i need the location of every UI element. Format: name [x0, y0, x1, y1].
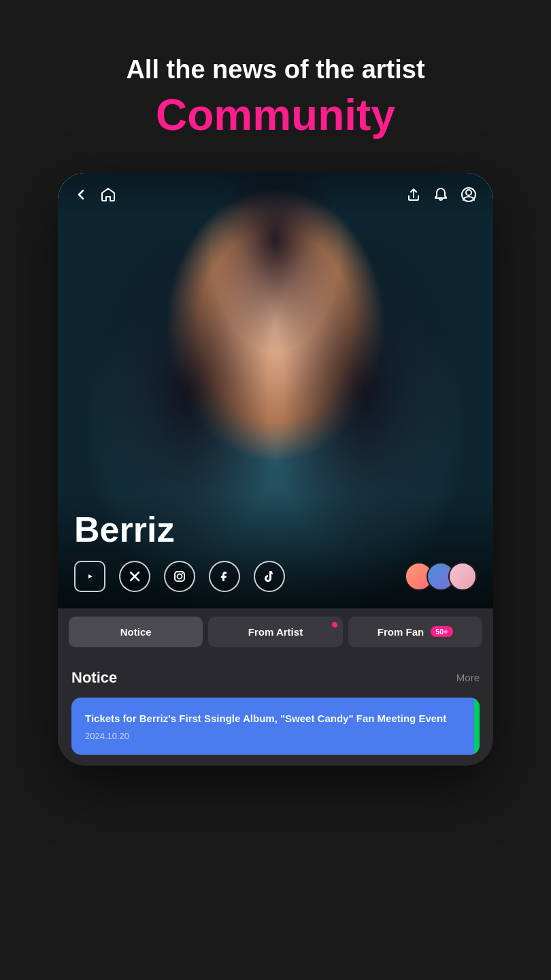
hero-title: Community — [126, 91, 424, 139]
fan-avatars — [405, 562, 477, 591]
notice-card-text: Tickets for Berriz's First Ssingle Album… — [85, 711, 466, 725]
notice-section: Notice More Tickets for Berriz's First S… — [58, 655, 493, 766]
youtube-icon[interactable] — [74, 561, 105, 592]
home-button[interactable] — [100, 186, 116, 203]
bell-button[interactable] — [433, 187, 448, 202]
user-button[interactable] — [461, 186, 477, 203]
notice-card-date: 2024.10.20 — [85, 731, 466, 741]
notice-card[interactable]: Tickets for Berriz's First Ssingle Album… — [71, 698, 480, 755]
x-twitter-icon[interactable] — [119, 561, 150, 592]
share-button[interactable] — [406, 187, 421, 202]
social-row — [74, 561, 477, 592]
more-button[interactable]: More — [456, 672, 480, 683]
from-artist-dot — [332, 622, 337, 627]
top-bar-right — [406, 186, 477, 203]
facebook-icon[interactable] — [209, 561, 240, 592]
tab-from-fan-label: From Fan — [378, 626, 424, 638]
tab-notice-label: Notice — [120, 626, 152, 638]
back-button[interactable] — [74, 188, 88, 201]
tab-from-fan[interactable]: From Fan 50+ — [348, 617, 482, 647]
top-bar-left — [74, 186, 116, 203]
tab-from-artist[interactable]: From Artist — [208, 617, 342, 647]
svg-point-4 — [182, 572, 184, 574]
notice-section-title: Notice — [71, 669, 117, 687]
hero-section: All the news of the artist Community — [99, 54, 452, 139]
top-bar — [58, 173, 493, 214]
hero-subtitle: All the news of the artist — [126, 54, 424, 86]
social-icons — [74, 561, 285, 592]
artist-name: Berriz — [74, 509, 477, 550]
from-fan-badge: 50+ — [431, 626, 453, 637]
fan-avatar-3 — [448, 562, 477, 591]
instagram-icon[interactable] — [164, 561, 195, 592]
phone-mockup: Berriz — [58, 173, 493, 766]
svg-point-1 — [466, 190, 471, 195]
notice-header: Notice More — [71, 669, 480, 687]
tab-from-artist-label: From Artist — [248, 626, 303, 638]
tab-notice[interactable]: Notice — [69, 617, 203, 647]
tabs-section: Notice From Artist From Fan 50+ — [58, 608, 493, 655]
artist-info-overlay: Berriz — [58, 493, 493, 608]
hero-image: Berriz — [58, 173, 493, 608]
svg-point-3 — [178, 574, 182, 578]
tiktok-icon[interactable] — [254, 561, 285, 592]
